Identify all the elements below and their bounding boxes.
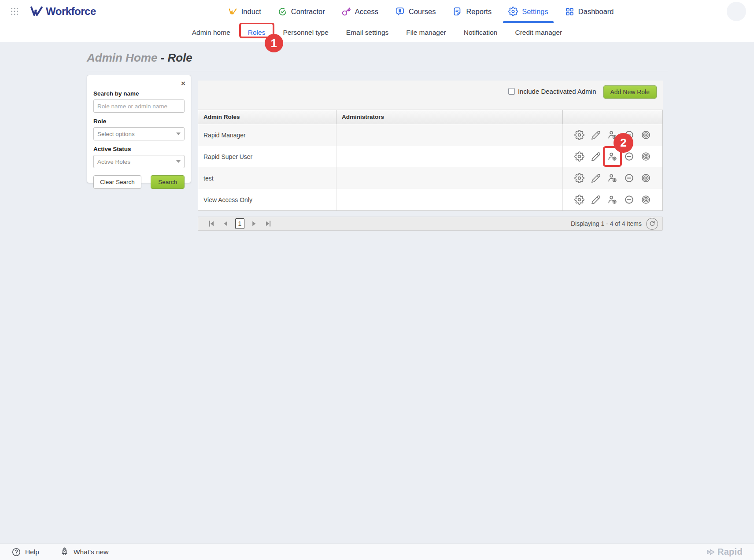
active-status-label: Active Status xyxy=(93,146,185,152)
nav-label: Induct xyxy=(241,7,261,16)
role-name-cell: View Access Only xyxy=(198,189,336,210)
checkbox-label: Include Deactivated Admin xyxy=(518,88,596,95)
settings-icon[interactable] xyxy=(574,151,584,162)
assign-admin-icon[interactable]: 2 xyxy=(607,151,617,162)
key-icon xyxy=(342,7,351,16)
add-new-role-button[interactable]: Add New Role xyxy=(603,85,657,99)
settings-icon[interactable] xyxy=(574,130,584,140)
deactivate-icon[interactable] xyxy=(624,130,634,140)
column-header-admin-roles[interactable]: Admin Roles xyxy=(198,110,336,124)
rapid-logo-icon xyxy=(706,547,716,557)
rocket-icon xyxy=(59,547,70,557)
previous-page-button[interactable] xyxy=(221,219,230,228)
app-header: Workforce Induct Contractor Access Cours… xyxy=(0,0,754,23)
nav-label: Contractor xyxy=(291,7,325,16)
nav-item-access[interactable]: Access xyxy=(342,0,378,23)
edit-icon[interactable] xyxy=(591,130,601,140)
rapid-logo: Rapid xyxy=(706,547,743,557)
brand-name: Workforce xyxy=(46,5,96,18)
nav-label: Settings xyxy=(522,7,548,16)
settings-icon[interactable] xyxy=(574,173,584,183)
subnav-item-notification[interactable]: Notification xyxy=(463,27,499,38)
role-name-cell: test xyxy=(198,167,336,189)
next-page-button[interactable] xyxy=(250,219,259,228)
subnav-item-credit-manager[interactable]: Credit manager xyxy=(514,27,563,38)
row-actions xyxy=(563,167,662,189)
search-by-name-label: Search by name xyxy=(93,90,185,97)
page-title-primary: Admin Home xyxy=(87,51,157,64)
column-header-actions xyxy=(563,110,662,124)
page-title-row: Admin Home - Role xyxy=(87,51,668,71)
include-deactivated-admin-checkbox[interactable]: Include Deactivated Admin xyxy=(508,88,596,95)
assign-admin-icon[interactable] xyxy=(607,130,617,140)
avatar[interactable] xyxy=(727,2,746,21)
administrators-cell xyxy=(336,146,563,167)
reports-icon xyxy=(452,7,462,16)
audit-icon[interactable] xyxy=(641,195,651,205)
help-link[interactable]: Help xyxy=(11,547,39,557)
subnav-item-admin-home[interactable]: Admin home xyxy=(191,27,231,38)
active-status-select[interactable]: Active Roles xyxy=(93,155,185,168)
settings-icon[interactable] xyxy=(574,195,584,205)
edit-icon[interactable] xyxy=(591,152,601,162)
column-header-administrators[interactable]: Administrators xyxy=(336,110,563,124)
whats-new-link[interactable]: What's new xyxy=(59,547,109,557)
page-footer: Help What's new Rapid xyxy=(0,543,754,560)
role-select[interactable]: Select options xyxy=(93,127,185,140)
clear-search-button[interactable]: Clear Search xyxy=(93,175,141,189)
edit-icon[interactable] xyxy=(591,195,601,205)
apps-grid-icon[interactable] xyxy=(10,7,19,16)
subnav-item-email-settings[interactable]: Email settings xyxy=(345,27,389,38)
page-title-secondary: - Role xyxy=(161,51,192,64)
deactivate-icon[interactable] xyxy=(624,151,634,162)
role-name-cell: Rapid Manager xyxy=(198,124,336,146)
nav-item-settings[interactable]: Settings xyxy=(508,0,548,23)
current-page[interactable]: 1 xyxy=(235,218,244,229)
audit-icon[interactable] xyxy=(641,173,651,183)
refresh-button[interactable] xyxy=(646,218,658,230)
role-name-input[interactable] xyxy=(93,99,185,113)
chevron-down-icon xyxy=(176,133,181,135)
nav-item-contractor[interactable]: Contractor xyxy=(278,0,325,23)
roles-toolbar: Include Deactivated Admin Add New Role xyxy=(198,81,663,110)
row-actions xyxy=(563,124,662,146)
row-actions xyxy=(563,189,662,210)
subnav-item-personnel-type[interactable]: Personnel type xyxy=(282,27,329,38)
administrators-cell xyxy=(336,124,563,146)
nav-item-reports[interactable]: Reports xyxy=(452,0,492,23)
checkbox-box[interactable] xyxy=(508,88,515,95)
subnav-roles-label: Roles xyxy=(248,29,266,36)
assign-admin-icon[interactable] xyxy=(607,173,617,183)
role-select-value: Select options xyxy=(97,131,135,137)
table-row: Rapid Super User 2 xyxy=(198,146,662,167)
nav-item-dashboard[interactable]: Dashboard xyxy=(565,0,614,23)
deactivate-icon[interactable] xyxy=(624,173,634,183)
help-label: Help xyxy=(25,548,39,556)
role-name-cell: Rapid Super User xyxy=(198,146,336,167)
subnav-item-file-manager[interactable]: File manager xyxy=(405,27,447,38)
chevron-down-icon xyxy=(176,160,181,163)
induct-icon xyxy=(228,7,237,16)
pagination-status: Displaying 1 - 4 of 4 items xyxy=(571,220,642,227)
title-divider xyxy=(87,71,668,71)
nav-label: Access xyxy=(355,7,378,16)
nav-item-induct[interactable]: Induct xyxy=(228,0,261,23)
row-actions: 2 xyxy=(563,146,662,167)
first-page-button[interactable] xyxy=(207,219,216,228)
rapid-logo-text: Rapid xyxy=(717,547,743,557)
audit-icon[interactable] xyxy=(641,130,651,140)
close-icon[interactable]: × xyxy=(181,80,185,87)
last-page-button[interactable] xyxy=(264,219,273,228)
main-nav: Induct Contractor Access Courses Reports… xyxy=(228,0,614,23)
nav-item-courses[interactable]: Courses xyxy=(395,0,436,23)
assign-admin-icon[interactable] xyxy=(607,195,617,205)
table-row: test xyxy=(198,167,662,189)
audit-icon[interactable] xyxy=(641,151,651,162)
settings-subnav: Admin home Roles 1 Personnel type Email … xyxy=(0,23,754,42)
workforce-logo: Workforce xyxy=(30,5,96,18)
deactivate-icon[interactable] xyxy=(624,195,634,205)
table-row: View Access Only xyxy=(198,189,662,210)
edit-icon[interactable] xyxy=(591,173,601,183)
search-button[interactable]: Search xyxy=(151,175,185,189)
subnav-item-roles[interactable]: Roles 1 xyxy=(247,27,266,38)
